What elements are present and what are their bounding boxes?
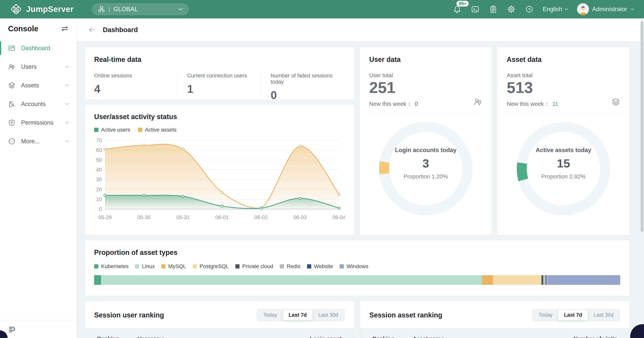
- donut-title: Login accounts today: [395, 147, 456, 154]
- sidebar-footer: [0, 320, 77, 338]
- back-button[interactable]: [88, 27, 96, 33]
- settings-button[interactable]: [507, 5, 516, 14]
- view-switch-icon[interactable]: [60, 26, 69, 32]
- svg-text:05-29: 05-29: [98, 214, 112, 220]
- sidebar-item-permissions[interactable]: Permissions: [0, 113, 77, 132]
- legend-item-linux[interactable]: Linux: [135, 263, 155, 269]
- asset-data-card: Asset data Asset total 513 New this week…: [498, 47, 630, 235]
- layers-icon: [8, 82, 15, 89]
- svg-text:20: 20: [96, 187, 102, 193]
- filter-last7d-button[interactable]: Last 7d: [558, 310, 588, 320]
- language-label: English: [543, 6, 562, 13]
- collapse-sidebar-icon[interactable]: [8, 326, 16, 332]
- legend-item-website[interactable]: Website: [307, 263, 333, 269]
- sidebar-item-label: Assets: [21, 82, 39, 89]
- svg-text:70: 70: [96, 137, 102, 143]
- filter-today-button[interactable]: Today: [533, 310, 558, 320]
- svg-text:40: 40: [96, 167, 102, 173]
- session-asset-ranking-card: Session asset ranking Today Last 7d Last…: [360, 301, 630, 338]
- sidebar-item-users[interactable]: Users: [0, 57, 77, 76]
- org-separator: |: [108, 6, 110, 13]
- notifications-button[interactable]: 99+: [452, 5, 462, 14]
- svg-text:06-02: 06-02: [254, 214, 268, 220]
- svg-text:06-01: 06-01: [215, 214, 228, 220]
- filter-last30d-button[interactable]: Last 30d: [588, 310, 619, 320]
- legend-item-postgresql[interactable]: PostgreSQL: [193, 263, 229, 269]
- filter-last30d-button[interactable]: Last 30d: [312, 310, 344, 320]
- user-data-card: User data User total 251 New this week： …: [360, 47, 492, 235]
- jumpserver-logo-icon: [10, 3, 22, 15]
- time-range-toggle: Today Last 7d Last 30d: [532, 309, 620, 321]
- asset-new-this-week: New this week： 11: [507, 100, 620, 108]
- legend-item-mysql[interactable]: MySQL: [161, 263, 186, 269]
- avatar: [577, 3, 589, 15]
- filter-last7d-button[interactable]: Last 7d: [283, 310, 312, 320]
- main: Dashboard Real-time data Online sessions…: [77, 19, 644, 338]
- session-user-ranking-card: Session user ranking Today Last 7d Last …: [85, 301, 354, 338]
- legend-item-private-cloud[interactable]: Private cloud: [235, 263, 273, 269]
- help-button[interactable]: ?: [525, 5, 534, 14]
- users-icon: [474, 98, 482, 106]
- stat-failed-sessions-today: Number of failed sessions today 0: [261, 73, 345, 101]
- legend-label: Linux: [142, 263, 155, 269]
- legend-label: Redis: [287, 263, 300, 269]
- bar-segment-postgresql: [493, 275, 541, 285]
- page-title: Dashboard: [103, 26, 138, 34]
- card-title: Asset data: [507, 55, 620, 64]
- user-total-value: 251: [369, 80, 482, 95]
- bar-segment-mysql: [482, 275, 493, 285]
- asset-total-value: 513: [507, 80, 620, 95]
- chevron-down-icon: [65, 122, 69, 124]
- chevron-down-icon: [630, 8, 634, 10]
- language-selector[interactable]: English: [543, 6, 568, 13]
- sidebar-item-more[interactable]: More...: [0, 132, 77, 150]
- chevron-down-icon: [65, 103, 69, 105]
- web-terminal-button[interactable]: [471, 5, 480, 14]
- sidebar-item-assets[interactable]: Assets: [0, 76, 77, 95]
- legend-item-active-users[interactable]: Active users: [94, 127, 130, 133]
- legend-label: PostgreSQL: [200, 263, 229, 269]
- asset-types-stacked-bar: [94, 275, 620, 285]
- more-circle-icon: [8, 138, 15, 145]
- sidebar-item-label: Accounts: [21, 101, 46, 108]
- donut-subtitle: Proportion 1.20%: [404, 173, 448, 180]
- stat-value: 0: [270, 89, 339, 101]
- sidebar-item-label: Permissions: [21, 119, 54, 126]
- table-header: Ranking Asset name Number of visits: [360, 328, 630, 338]
- divider: [507, 113, 620, 114]
- stat-current-connection-users: Current connection users 1: [178, 73, 262, 101]
- asset-types-card: Proportion of asset types KubernetesLinu…: [85, 240, 630, 296]
- legend-label: Website: [314, 263, 333, 269]
- dashboard-icon: [8, 45, 15, 52]
- terminal-icon: [471, 5, 480, 14]
- org-selector[interactable]: | GLOBAL: [92, 3, 189, 15]
- time-range-toggle: Today Last 7d Last 30d: [256, 309, 345, 321]
- legend-label: Active assets: [145, 127, 177, 133]
- legend-chip: [161, 264, 166, 268]
- legend-label: Kubernetes: [101, 263, 128, 269]
- legend-chip: [94, 128, 98, 132]
- legend-item-windows[interactable]: Windows: [340, 263, 368, 269]
- legend-item-kubernetes[interactable]: Kubernetes: [94, 263, 128, 269]
- clipboard-icon: [489, 5, 498, 14]
- audit-log-button[interactable]: [489, 5, 498, 14]
- svg-text:60: 60: [96, 147, 102, 153]
- donut-subtitle: Proportion 2.92%: [541, 173, 586, 180]
- sidebar-item-dashboard[interactable]: Dashboard: [0, 39, 77, 57]
- brand[interactable]: JumpServer: [10, 3, 74, 15]
- login-accounts-donut: Login accounts today 3 Proportion 1.20%: [378, 121, 474, 217]
- layers-icon: [612, 98, 620, 106]
- user-menu[interactable]: Administrator: [577, 3, 634, 15]
- question-icon: ?: [525, 5, 534, 14]
- sidebar-title: Console: [8, 24, 38, 33]
- card-title: Session user ranking: [94, 311, 164, 319]
- svg-text:05-30: 05-30: [137, 214, 150, 220]
- filter-today-button[interactable]: Today: [258, 310, 283, 320]
- username: Administrator: [592, 6, 627, 13]
- user-new-this-week: New this week： 0: [369, 100, 482, 108]
- legend-item-active-assets[interactable]: Active assets: [138, 127, 177, 133]
- users-icon: [8, 63, 15, 71]
- sidebar-item-accounts[interactable]: Accounts: [0, 95, 77, 113]
- vertical-scrollbar[interactable]: [640, 21, 644, 232]
- legend-item-redis[interactable]: Redis: [280, 263, 300, 269]
